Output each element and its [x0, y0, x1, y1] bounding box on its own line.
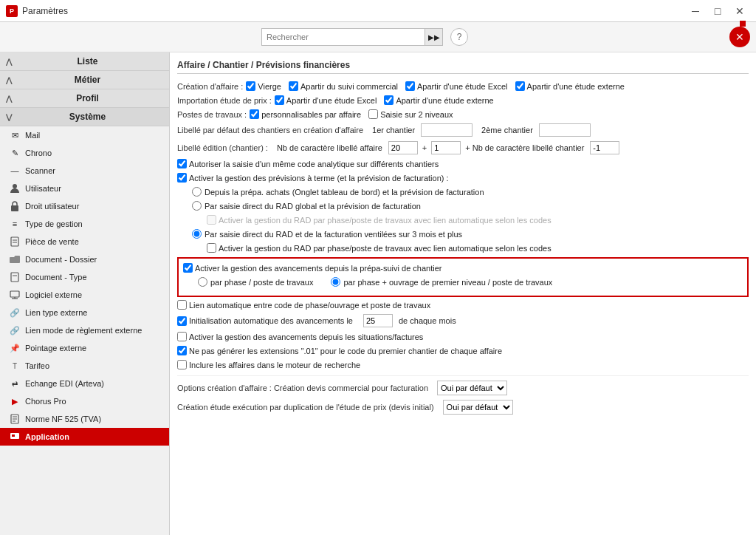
activer-avancements-checkbox[interactable]	[183, 263, 193, 273]
sidebar-item-piece-vente[interactable]: Pièce de vente	[0, 233, 169, 251]
close-panel-button[interactable]: ✕	[729, 27, 750, 47]
personnalisables-label: personnalisables par affaire	[261, 110, 361, 119]
libelle-defaut-label: Libellé par défaut des chantiers en créa…	[177, 126, 363, 134]
vierge-checkbox[interactable]	[246, 81, 255, 91]
sidebar-item-type-gestion[interactable]: ≡ Type de gestion	[0, 215, 169, 233]
sidebar-item-norme-label: Norme NF 525 (TVA)	[25, 415, 101, 423]
initialisation-auto-row: Initialisation automatique des avancemen…	[177, 314, 749, 327]
suivi-commercial-checkbox[interactable]	[289, 81, 298, 91]
saisie-2niveaux-check: Saisie sur 2 niveaux	[368, 109, 453, 119]
norme-icon	[9, 413, 21, 425]
radio-par-phase-label: par phase / poste de travaux	[210, 278, 313, 287]
sidebar-item-document-type[interactable]: Document - Type	[0, 268, 169, 286]
autoriser-saisie-checkbox[interactable]	[177, 159, 187, 168]
inclure-affaires-checkbox[interactable]	[177, 360, 187, 369]
sidebar-item-scanner[interactable]: — Scanner	[0, 162, 169, 180]
sidebar-section-profil[interactable]: ⋀ Profil	[0, 89, 169, 108]
ne-pas-generer-row: Ne pas générer les extensions ".01" pour…	[177, 346, 749, 355]
sidebar-item-lien-mode-reglement[interactable]: 🔗 Lien mode de règlement externe	[0, 321, 169, 339]
minimize-button[interactable]: ─	[685, 3, 706, 19]
personnalisables-check: personnalisables par affaire	[250, 109, 361, 119]
etude-excel-checkbox[interactable]	[405, 81, 415, 91]
radio-avancements-row: par phase / poste de travaux par phase +…	[198, 277, 743, 287]
sidebar-item-pointage-externe[interactable]: 📌 Pointage externe	[0, 339, 169, 357]
toolbar: ▶▶ ? ✕	[0, 22, 756, 52]
sidebar-item-chrono[interactable]: ✎ Chrono	[0, 144, 169, 162]
close-button[interactable]: ✕	[729, 3, 750, 19]
sidebar-item-lien-type-externe[interactable]: 🔗 Lien type externe	[0, 304, 169, 321]
radio-rad-global[interactable]	[192, 201, 202, 211]
radio-rad-3mois[interactable]	[192, 229, 202, 239]
radio-par-phase-group: par phase / poste de travaux	[198, 277, 313, 287]
import-etude-externe-checkbox[interactable]	[384, 95, 394, 105]
init-auto-value[interactable]	[363, 314, 393, 327]
nb-chantier-input[interactable]	[590, 141, 619, 154]
suivi-commercial-label: Apartir du suivi commercial	[300, 82, 398, 91]
creation-etude-select[interactable]: Oui par défaut Non par défaut Toujours J…	[443, 400, 513, 415]
sidebar-item-droit-utilisateur[interactable]: Droit utilisateur	[0, 197, 169, 215]
radio-rad-3mois-group: Par saisie direct du RAD et de la factur…	[192, 229, 462, 239]
sidebar-section-metier[interactable]: ⋀ Métier	[0, 71, 169, 89]
maximize-button[interactable]: □	[707, 3, 728, 19]
lien-auto-row: Lien automatique entre code de phase/ouv…	[177, 300, 749, 310]
nb-caract-input[interactable]	[388, 141, 418, 154]
type-gestion-icon: ≡	[9, 218, 21, 230]
sidebar-section-systeme[interactable]: ⋁ Système	[0, 108, 169, 126]
options-creation-label: Options création d'affaire : Création de…	[177, 384, 428, 392]
vierge-label: Vierge	[258, 82, 281, 91]
etude-externe-checkbox[interactable]	[515, 81, 525, 91]
activer-avancements-label: Activer la gestion des avancements depui…	[195, 264, 441, 273]
sidebar-section-liste[interactable]: ⋀ Liste	[0, 52, 169, 71]
saisie-2niveaux-checkbox[interactable]	[368, 109, 378, 119]
main-container: ▶▶ ? ✕ ⋀ Liste ⋀ Métier	[0, 22, 756, 535]
sidebar-item-document-dossier[interactable]: Document - Dossier	[0, 251, 169, 268]
right-panel: Affaire / Chantier / Prévisions financiè…	[170, 52, 756, 535]
inclure-affaires-row: Inclure les affaires dans le moteur de r…	[177, 360, 749, 369]
mail-icon: ✉	[9, 129, 21, 141]
user-icon	[9, 183, 21, 194]
svg-point-0	[13, 184, 17, 188]
radio-prepa-achats[interactable]	[192, 187, 202, 197]
ne-pas-generer-checkbox[interactable]	[177, 346, 187, 355]
activer-situations-checkbox[interactable]	[177, 332, 187, 341]
help-button[interactable]: ?	[450, 28, 468, 46]
sidebar-item-logiciel-externe[interactable]: Logiciel externe	[0, 286, 169, 304]
libelle-edition-label: Libellé édition (chantier) :	[177, 143, 268, 152]
vierge-check: Vierge	[246, 81, 281, 91]
sidebar-item-norme-nf525[interactable]: Norme NF 525 (TVA)	[0, 410, 169, 428]
radio-par-phase[interactable]	[198, 277, 207, 287]
radio-par-phase-ouvrage[interactable]	[331, 277, 340, 287]
sidebar-item-application[interactable]: Application	[0, 428, 169, 446]
etude-externe-label: Apartir d'une étude externe	[527, 82, 625, 91]
sidebar-item-echange-edi[interactable]: ⇄ Echange EDI (Arteva)	[0, 375, 169, 392]
sidebar-section-liste-label: Liste	[77, 56, 97, 67]
sidebar-item-lien-type-label: Lien type externe	[25, 308, 87, 317]
activer-previsions-checkbox[interactable]	[177, 173, 187, 183]
nb-input[interactable]	[431, 141, 461, 154]
lien-auto-checkbox[interactable]	[177, 300, 187, 310]
link-icon: 🔗	[9, 307, 21, 318]
init-auto-checkbox[interactable]	[177, 316, 187, 326]
sidebar-item-utilisateur[interactable]: Utilisateur	[0, 180, 169, 197]
activer-rad-2-checkbox[interactable]	[207, 243, 216, 253]
radio-par-phase-ouvrage-group: par phase + ouvrage de premier niveau / …	[331, 277, 552, 287]
sidebar-item-tarifeo[interactable]: T Tarifeo	[0, 357, 169, 375]
premier-chantier-input[interactable]	[421, 123, 472, 137]
search-input[interactable]	[262, 29, 425, 45]
radio-rad-3mois-label: Par saisie direct du RAD et de la factur…	[205, 230, 462, 239]
sidebar-item-echange-edi-label: Echange EDI (Arteva)	[25, 379, 104, 388]
personnalisables-checkbox[interactable]	[250, 109, 259, 119]
search-button[interactable]: ▶▶	[425, 29, 442, 45]
activer-rad-1-checkbox[interactable]	[207, 215, 216, 225]
activer-rad-2-row: Activer la gestion du RAD par phase/post…	[207, 243, 749, 253]
sidebar-item-chorus-pro[interactable]: ▶ Chorus Pro	[0, 392, 169, 410]
deuxieme-chantier-label: 2ème chantier	[481, 126, 533, 134]
radio-rad-global-group: Par saisie direct du RAD global et la pr…	[192, 201, 421, 211]
options-creation-select[interactable]: Oui par défaut Non par défaut Toujours J…	[437, 381, 507, 395]
sidebar-item-tarifeo-label: Tarifeo	[25, 361, 49, 370]
sidebar-scroll: ⋀ Liste ⋀ Métier ⋀ Profil ⋁ Système	[0, 52, 169, 535]
import-etude-excel-checkbox[interactable]	[275, 95, 284, 105]
deuxieme-chantier-input[interactable]	[539, 123, 591, 137]
activer-situations-label: Activer la gestion des avancements depui…	[189, 333, 423, 341]
sidebar-item-mail[interactable]: ✉ Mail	[0, 126, 169, 144]
